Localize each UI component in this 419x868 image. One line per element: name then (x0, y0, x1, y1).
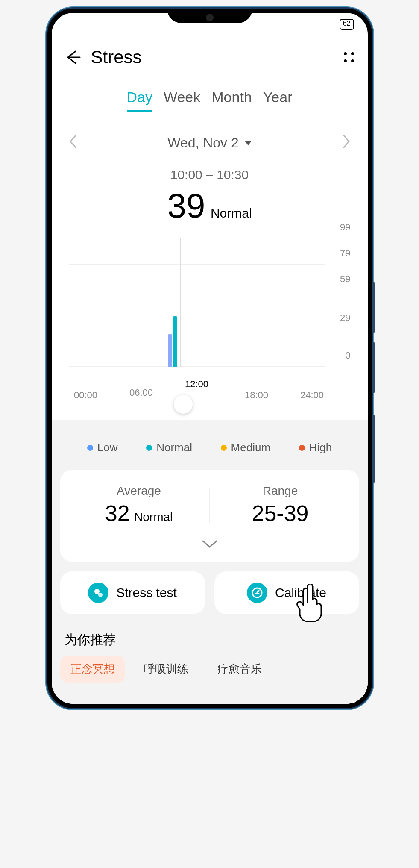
expand-icon[interactable] (69, 526, 351, 552)
legend-normal: Normal (146, 441, 192, 454)
battery-indicator: 62 (340, 19, 354, 30)
y-tick: 79 (340, 248, 350, 259)
legend-high: High (299, 441, 332, 454)
y-tick: 0 (345, 350, 350, 361)
tab-day[interactable]: Day (127, 89, 152, 112)
x-tick: 00:00 (74, 390, 97, 401)
rec-tab-mindful[interactable]: 正念冥想 (60, 656, 125, 683)
phone-frame: 62 Stress Day Week Month Year Wed, Nov 2 (47, 9, 372, 708)
stat-range: Range 25-39 (210, 484, 351, 526)
calibrate-icon (247, 583, 267, 603)
x-tick: 24:00 (300, 390, 324, 401)
tab-month[interactable]: Month (211, 89, 252, 112)
x-tick-selected: 12:00 (185, 379, 208, 390)
stat-average: Average 32 Normal (69, 484, 209, 526)
more-icon[interactable] (342, 50, 356, 64)
dot-icon (87, 445, 93, 451)
stats-card: Average 32 Normal Range 25-39 (60, 470, 359, 562)
y-tick: 99 (340, 222, 350, 233)
dot-icon (146, 445, 152, 451)
svg-point-1 (98, 593, 103, 597)
y-tick: 29 (340, 312, 350, 324)
pointer-hand-icon (296, 584, 325, 623)
time-range-label: 10:00 – 10:30 (52, 160, 368, 182)
lower-section: Low Normal Medium High Aver (52, 420, 368, 704)
action-row: Stress test Calibrate (60, 571, 359, 614)
page-title: Stress (91, 47, 142, 68)
stress-chart[interactable]: 99 79 59 29 0 (69, 238, 351, 367)
caret-down-icon (245, 141, 252, 145)
dot-icon (221, 445, 227, 451)
date-selector[interactable]: Wed, Nov 2 (167, 135, 252, 151)
selection-line (180, 238, 181, 367)
x-tick: 06:00 (129, 387, 153, 398)
scrub-handle[interactable] (174, 395, 193, 414)
power-button[interactable] (372, 415, 375, 483)
recommend-tabs: 正念冥想 呼吸训练 疗愈音乐 (60, 656, 359, 687)
stress-test-button[interactable]: Stress test (60, 571, 205, 614)
svg-point-0 (94, 589, 100, 594)
date-nav: Wed, Nov 2 (52, 116, 368, 160)
phone-notch (167, 9, 252, 23)
y-tick: 59 (340, 274, 350, 285)
back-icon[interactable] (64, 48, 82, 67)
tab-year[interactable]: Year (263, 89, 293, 112)
period-tabs: Day Week Month Year (52, 80, 368, 116)
calibrate-button[interactable]: Calibrate (214, 571, 359, 614)
x-tick: 18:00 (245, 390, 268, 401)
x-axis: 12:00 00:00 06:00 18:00 24:00 (69, 390, 351, 407)
chart-bar (173, 316, 177, 367)
reading-value: 39 (167, 187, 205, 225)
legend-low: Low (87, 441, 118, 454)
rec-tab-music[interactable]: 疗愈音乐 (207, 656, 272, 683)
current-reading: 39 Normal (52, 182, 368, 226)
date-label: Wed, Nov 2 (167, 135, 239, 151)
prev-date-icon[interactable] (64, 130, 82, 156)
stress-test-icon (88, 583, 108, 603)
volume-down-button[interactable] (372, 342, 375, 393)
reading-status: Normal (211, 206, 252, 220)
legend: Low Normal Medium High (60, 441, 359, 470)
screen: 62 Stress Day Week Month Year Wed, Nov 2 (52, 13, 368, 704)
app-header: Stress (52, 30, 368, 80)
volume-up-button[interactable] (372, 282, 375, 333)
svg-line-3 (257, 591, 259, 593)
tab-week[interactable]: Week (164, 89, 200, 112)
dot-icon (299, 445, 305, 451)
legend-medium: Medium (221, 441, 270, 454)
chart-bar (168, 334, 172, 367)
next-date-icon[interactable] (338, 130, 355, 156)
rec-tab-breath[interactable]: 呼吸训练 (134, 656, 199, 683)
